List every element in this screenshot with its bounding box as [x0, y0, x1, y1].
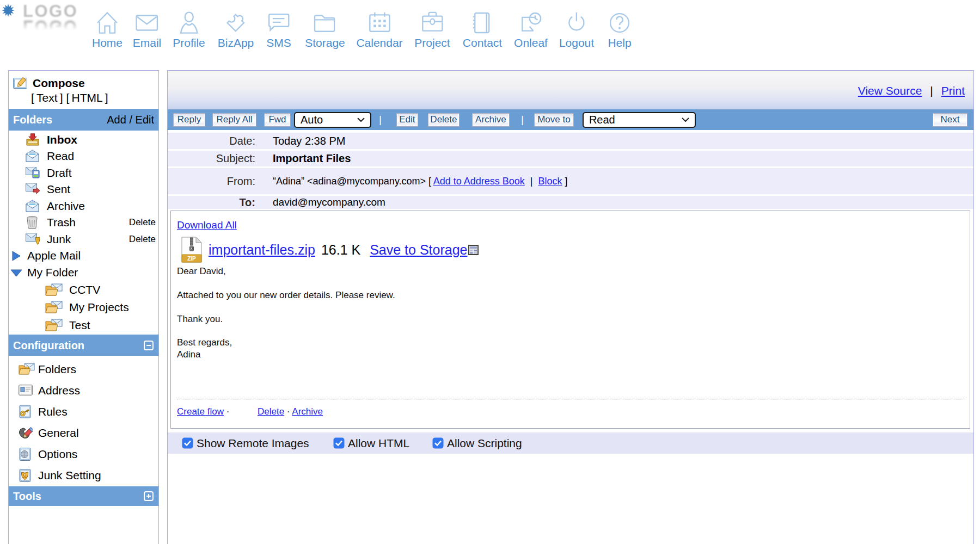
- svg-text:ZIP: ZIP: [187, 256, 196, 262]
